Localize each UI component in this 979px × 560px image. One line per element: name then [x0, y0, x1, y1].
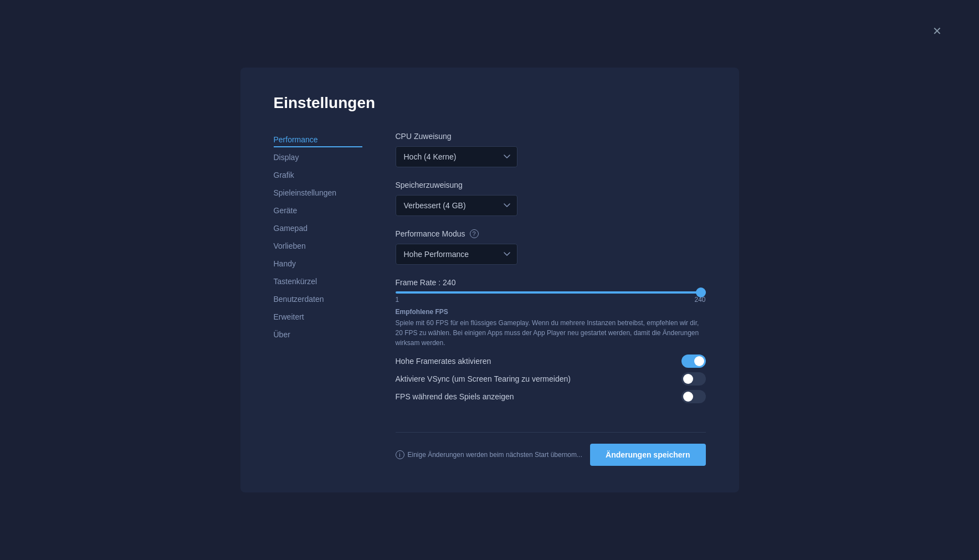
toggle-fps-overlay[interactable]	[681, 390, 706, 403]
slider-range: 1 240	[396, 296, 706, 304]
frame-rate-slider[interactable]	[396, 291, 706, 294]
page-title: Einstellungen	[274, 94, 706, 112]
sidebar-item-geraete[interactable]: Geräte	[274, 203, 362, 218]
performance-modus-select[interactable]: Hohe PerformanceAusgewogenEnergiesparmod…	[396, 244, 517, 265]
toggle-label-vsync: Aktiviere VSync (um Screen Tearing zu ve…	[396, 374, 571, 383]
speicher-label: Speicherzuweisung	[396, 181, 706, 189]
settings-dialog: Einstellungen PerformanceDisplayGrafikSp…	[240, 68, 739, 492]
sidebar-item-grafik[interactable]: Grafik	[274, 167, 362, 183]
toggle-row-high-framerates: Hohe Framerates aktivieren	[396, 352, 706, 370]
toggle-row-fps-overlay: FPS während des Spiels anzeigen	[396, 388, 706, 405]
performance-modus-group: Performance Modus ? Hohe PerformanceAusg…	[396, 229, 706, 265]
sidebar-item-vorlieben[interactable]: Vorlieben	[274, 238, 362, 254]
frame-rate-label: Frame Rate : 240	[396, 278, 706, 287]
info-icon: i	[396, 450, 404, 459]
toggle-row-vsync: Aktiviere VSync (um Screen Tearing zu ve…	[396, 370, 706, 388]
performance-modus-label: Performance Modus ?	[396, 229, 706, 238]
frame-rate-slider-container: 1 240	[396, 291, 706, 304]
cpu-label: CPU Zuweisung	[396, 132, 706, 141]
footer: i Einige Änderungen werden beim nächsten…	[396, 432, 706, 466]
toggles-container: Hohe Framerates aktivierenAktiviere VSyn…	[396, 352, 706, 405]
close-button[interactable]: ✕	[928, 22, 946, 40]
sidebar-item-performance[interactable]: Performance	[274, 132, 362, 147]
sidebar-item-tastenkuerzel[interactable]: Tastenkürzel	[274, 274, 362, 289]
toggle-knob-high-framerates	[694, 356, 704, 366]
toggle-knob-fps-overlay	[683, 392, 693, 402]
speicher-select[interactable]: Verbessert (4 GB)Standard (2 GB)Niedrig …	[396, 195, 517, 216]
sidebar-item-gamepad[interactable]: Gamepad	[274, 220, 362, 236]
toggle-high-framerates[interactable]	[681, 355, 706, 368]
sidebar: PerformanceDisplayGrafikSpieleinstellung…	[274, 132, 362, 466]
toggle-label-fps-overlay: FPS während des Spiels anzeigen	[396, 392, 514, 401]
sidebar-item-benutzerdaten[interactable]: Benutzerdaten	[274, 291, 362, 307]
frame-rate-section: Frame Rate : 240 1 240 Empfohlene FPS Sp…	[396, 278, 706, 405]
toggle-label-high-framerates: Hohe Framerates aktivieren	[396, 357, 491, 366]
toggle-knob-vsync	[683, 374, 693, 384]
rec-fps-title: Empfohlene FPS	[396, 308, 706, 316]
sidebar-item-handy[interactable]: Handy	[274, 256, 362, 271]
speicher-group: Speicherzuweisung Verbessert (4 GB)Stand…	[396, 181, 706, 216]
toggle-vsync[interactable]	[681, 372, 706, 386]
main-content: CPU Zuweisung Hoch (4 Kerne)Mittel (2 Ke…	[396, 132, 706, 466]
sidebar-item-spieleinstellungen[interactable]: Spieleinstellungen	[274, 185, 362, 201]
footer-note: i Einige Änderungen werden beim nächsten…	[396, 450, 583, 459]
sidebar-item-ueber[interactable]: Über	[274, 327, 362, 342]
slider-max: 240	[694, 296, 705, 304]
rec-fps-block: Empfohlene FPS Spiele mit 60 FPS für ein…	[396, 308, 706, 348]
slider-min: 1	[396, 296, 399, 304]
performance-modus-help-icon[interactable]: ?	[470, 229, 479, 238]
save-button[interactable]: Änderungen speichern	[590, 444, 705, 466]
cpu-group: CPU Zuweisung Hoch (4 Kerne)Mittel (2 Ke…	[396, 132, 706, 167]
sidebar-item-display[interactable]: Display	[274, 150, 362, 165]
cpu-select[interactable]: Hoch (4 Kerne)Mittel (2 Kerne)Niedrig (1…	[396, 146, 517, 167]
rec-fps-text: Spiele mit 60 FPS für ein flüssiges Game…	[396, 318, 706, 348]
sidebar-item-erweitert[interactable]: Erweitert	[274, 309, 362, 325]
